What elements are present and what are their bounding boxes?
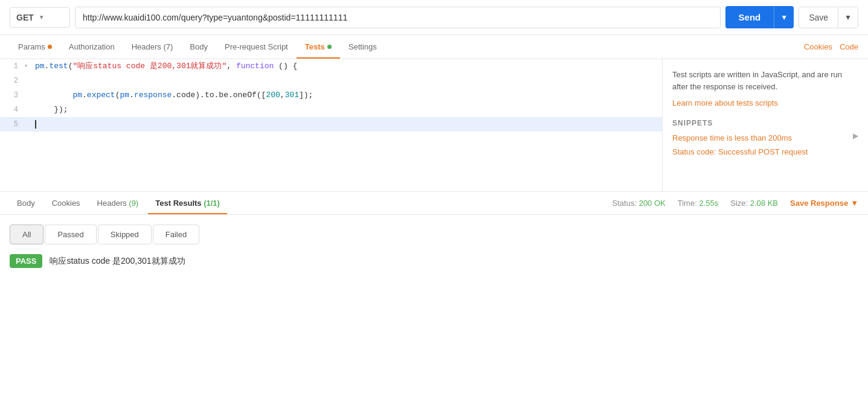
line-num-1: 1 <box>0 60 24 73</box>
code-line-3: 3 pm.expect(pm.response.code).to.be.oneO… <box>0 88 662 103</box>
editor-area: 1 ▾ pm.test("响应status code 是200,301就算成功"… <box>0 59 868 192</box>
code-lines: 1 ▾ pm.test("响应status code 是200,301就算成功"… <box>0 59 662 132</box>
tab-settings-label: Settings <box>349 42 377 51</box>
send-btn-group: Send ▼ <box>725 6 794 28</box>
tab-body-label: Body <box>190 42 208 51</box>
headers-count: (9) <box>129 199 138 208</box>
line-arrow-1: ▾ <box>24 60 33 73</box>
code-editor[interactable]: 1 ▾ pm.test("响应status code 是200,301就算成功"… <box>0 59 663 191</box>
line-content-2 <box>33 74 662 88</box>
save-btn-group: Save ▼ <box>799 7 858 28</box>
learn-link[interactable]: Learn more about tests scripts <box>672 98 778 107</box>
code-link[interactable]: Code <box>840 42 858 51</box>
code-line-4: 4 }); <box>0 103 662 117</box>
response-tab-body-label: Body <box>17 199 35 208</box>
size-label: Size: 2.08 KB <box>730 199 778 208</box>
response-tab-test-results[interactable]: Test Results (1/1) <box>148 192 227 214</box>
line-num-2: 2 <box>0 74 24 88</box>
code-line-1: 1 ▾ pm.test("响应status code 是200,301就算成功"… <box>0 59 662 74</box>
send-button[interactable]: Send <box>725 6 774 28</box>
time-value: 2.55s <box>699 199 718 208</box>
snippet-response-time[interactable]: Response time is less than 200ms <box>672 133 858 142</box>
status-value: 200 OK <box>639 199 666 208</box>
save-button[interactable]: Save <box>799 7 838 28</box>
pass-badge: PASS <box>10 254 42 268</box>
tab-tests-label: Tests <box>305 42 325 51</box>
method-selector[interactable]: GET ▼ <box>10 7 70 28</box>
tab-settings[interactable]: Settings <box>340 35 385 59</box>
line-content-5 <box>33 118 662 131</box>
status-label: Status: 200 OK <box>612 199 666 208</box>
line-content-1: pm.test("响应status code 是200,301就算成功", fu… <box>33 60 662 73</box>
response-tab-test-results-label: Test Results (1/1) <box>155 199 220 208</box>
filter-skipped[interactable]: Skipped <box>98 225 152 244</box>
method-label: GET <box>16 13 34 22</box>
response-tab-cookies[interactable]: Cookies <box>45 192 88 214</box>
test-results-area: All Passed Skipped Failed PASS 响应status … <box>0 215 868 278</box>
snippet-status-code[interactable]: Status code: Successful POST request <box>672 147 858 156</box>
tab-authorization-label: Authorization <box>69 42 115 51</box>
filter-all[interactable]: All <box>10 225 43 244</box>
method-chevron: ▼ <box>39 14 45 21</box>
test-results-count: (1/1) <box>204 199 220 208</box>
cookies-link[interactable]: Cookies <box>804 42 832 51</box>
tab-authorization[interactable]: Authorization <box>60 35 123 59</box>
snippets-expand-icon[interactable]: ▶ <box>853 132 858 140</box>
line-num-5: 5 <box>0 118 24 131</box>
status-bar: Status: 200 OK Time: 2.55s Size: 2.08 KB… <box>612 199 858 208</box>
save-dropdown[interactable]: ▼ <box>838 7 858 28</box>
sidebar-panel: Test scripts are written in JavaScript, … <box>663 59 868 191</box>
line-num-4: 4 <box>0 103 24 116</box>
tab-tests[interactable]: Tests <box>297 35 340 59</box>
line-content-3: pm.expect(pm.response.code).to.be.oneOf(… <box>33 89 662 102</box>
test-name: 响应status code 是200,301就算成功 <box>50 256 185 267</box>
response-tabs-row: Body Cookies Headers (9) Test Results (1… <box>0 192 868 215</box>
tab-params-label: Params <box>18 42 45 51</box>
top-bar: GET ▼ Send ▼ Save ▼ <box>0 0 868 35</box>
request-tabs: Params Authorization Headers (7) Body Pr… <box>0 35 868 59</box>
save-response-chevron: ▼ <box>850 199 858 208</box>
tab-headers-label: Headers (7) <box>132 42 173 51</box>
save-response-label: Save Response <box>790 199 848 208</box>
send-dropdown[interactable]: ▼ <box>774 6 794 28</box>
url-input[interactable] <box>75 7 721 28</box>
line-content-4: }); <box>33 103 662 116</box>
response-tab-headers[interactable]: Headers (9) <box>90 192 146 214</box>
response-tab-headers-label: Headers (9) <box>97 199 139 208</box>
test-result-row-1: PASS 响应status code 是200,301就算成功 <box>10 254 858 268</box>
filter-tabs: All Passed Skipped Failed <box>10 225 858 244</box>
tab-body[interactable]: Body <box>181 35 216 59</box>
sidebar-description: Test scripts are written in JavaScript, … <box>672 69 858 92</box>
filter-passed[interactable]: Passed <box>45 225 96 244</box>
tab-params[interactable]: Params <box>10 35 60 59</box>
tab-prerequest-label: Pre-request Script <box>225 42 288 51</box>
filter-failed[interactable]: Failed <box>153 225 199 244</box>
tab-headers[interactable]: Headers (7) <box>123 35 182 59</box>
response-tab-body[interactable]: Body <box>10 192 42 214</box>
snippets-title: SNIPPETS <box>672 119 858 127</box>
size-value: 2.08 KB <box>750 199 778 208</box>
save-response-button[interactable]: Save Response ▼ <box>790 199 858 208</box>
code-line-2: 2 <box>0 74 662 88</box>
tests-dot <box>327 45 332 49</box>
tabs-right-actions: Cookies Code <box>804 42 858 51</box>
code-line-5: 5 <box>0 117 662 132</box>
text-cursor <box>35 120 36 129</box>
params-dot <box>48 45 52 49</box>
tab-prerequest[interactable]: Pre-request Script <box>216 35 297 59</box>
time-label: Time: 2.55s <box>678 199 718 208</box>
line-num-3: 3 <box>0 89 24 102</box>
response-tab-cookies-label: Cookies <box>52 199 80 208</box>
